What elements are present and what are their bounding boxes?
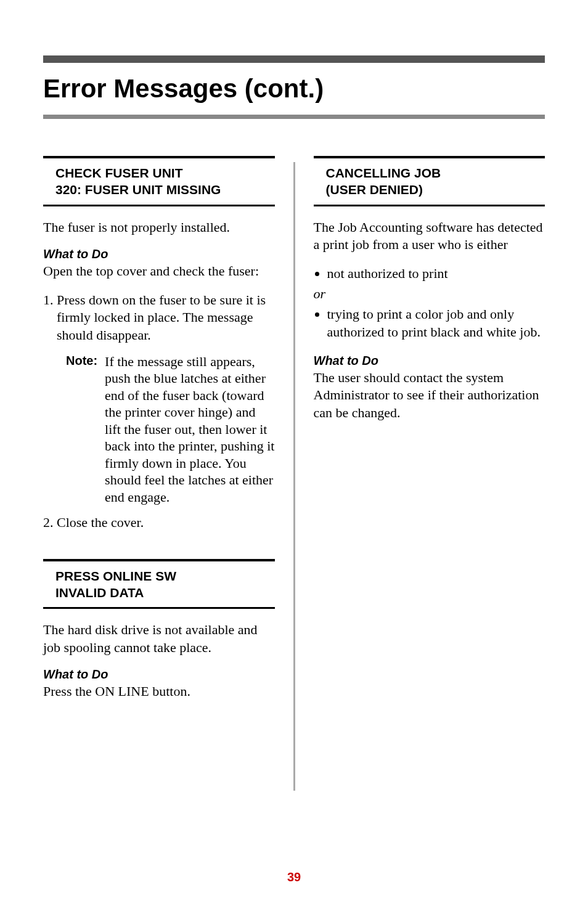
step-text: Press down on the fuser to be sure it is… <box>57 292 266 343</box>
open-text: Open the top cover and check the fuser: <box>43 263 275 280</box>
under-rule <box>43 115 545 119</box>
content-columns: CHECK FUSER UNIT 320: FUSER UNIT MISSING… <box>43 156 545 791</box>
what-to-do-subhead: What to Do <box>314 354 545 368</box>
section-heading-line: PRESS ONLINE SW <box>55 568 275 584</box>
page-title: Error Messages (cont.) <box>43 74 545 104</box>
what-to-do-subhead: What to Do <box>43 667 275 682</box>
column-divider <box>293 162 295 791</box>
section-heading-line: INVALID DATA <box>55 584 275 601</box>
section-heading-line: CHECK FUSER UNIT <box>55 165 275 181</box>
section-heading-line: CANCELLING JOB <box>326 165 545 181</box>
or-text: or <box>314 286 545 302</box>
section-heading-line: (USER DENIED) <box>326 181 545 198</box>
right-column: CANCELLING JOB (USER DENIED) The Job Acc… <box>314 156 545 791</box>
left-column: CHECK FUSER UNIT 320: FUSER UNIT MISSING… <box>43 156 275 791</box>
section-heading-block: PRESS ONLINE SW INVALID DATA <box>43 559 275 609</box>
section-heading-block: CHECK FUSER UNIT 320: FUSER UNIT MISSING <box>43 156 275 206</box>
bullet-item: trying to print a color job and only aut… <box>327 306 545 341</box>
section-heading-block: CANCELLING JOB (USER DENIED) <box>314 156 545 206</box>
section-heading-line: 320: FUSER UNIT MISSING <box>55 181 275 198</box>
bullet-list: not authorized to print <box>314 265 545 283</box>
intro-text: The hard disk drive is not available and… <box>43 621 275 656</box>
bullet-list: trying to print a color job and only aut… <box>314 306 545 341</box>
steps-list: Press down on the fuser to be sure it is… <box>43 291 275 532</box>
top-rule <box>43 55 545 63</box>
note-label: Note: <box>66 353 97 506</box>
note-text: If the message still appears, push the b… <box>105 353 274 506</box>
action-text: The user should contact the system Admin… <box>314 369 545 422</box>
step-item: Close the cover. <box>57 514 275 532</box>
bullet-item: not authorized to print <box>327 265 545 283</box>
action-text: Press the ON LINE button. <box>43 683 275 701</box>
what-to-do-subhead: What to Do <box>43 247 275 261</box>
page-number: 39 <box>0 870 588 884</box>
intro-text: The Job Accounting software has detected… <box>314 219 545 254</box>
step-item: Press down on the fuser to be sure it is… <box>57 291 275 505</box>
intro-text: The fuser is not properly installed. <box>43 219 275 237</box>
note-block: Note: If the message still appears, push… <box>66 353 275 506</box>
